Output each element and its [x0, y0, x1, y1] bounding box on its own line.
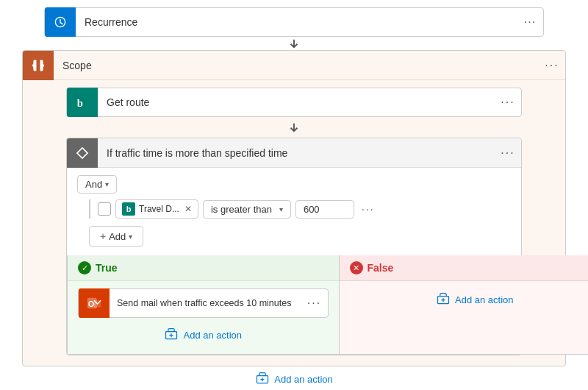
scope-body: b Get route ···	[23, 80, 565, 366]
travel-tag: b Travel D... ✕	[115, 199, 198, 219]
condition-icon	[75, 146, 90, 160]
arrow-2	[287, 117, 301, 138]
add-condition-button[interactable]: + Add ▾	[89, 226, 143, 247]
false-add-action-link[interactable]: Add an action	[436, 288, 514, 311]
if-more-btn[interactable]: ···	[495, 146, 521, 160]
true-add-action-label: Add an action	[183, 330, 242, 341]
get-route-block: b Get route ···	[66, 88, 522, 117]
add-action-svg	[164, 327, 179, 341]
svg-rect-1	[77, 147, 87, 157]
svg-text:b: b	[77, 97, 83, 109]
arrow-2-icon	[287, 121, 301, 134]
scope-more-btn[interactable]: ···	[539, 59, 565, 72]
recurrence-label: Recurrence	[76, 16, 517, 28]
add-btn-label: Add	[109, 231, 126, 242]
add-chevron-icon: ▾	[129, 233, 132, 241]
false-header: ✕ False	[340, 255, 589, 281]
condition-row: b Travel D... ✕ is greater than ▾ ···	[89, 199, 511, 219]
and-row: And ▾	[77, 175, 511, 194]
and-label: And	[85, 179, 102, 190]
send-mail-label: Send mail when traffic exceeds 10 minute…	[110, 298, 301, 308]
recurrence-block: Recurrence ···	[44, 7, 544, 37]
outlook-icon: O	[86, 295, 102, 311]
bottom-add-action[interactable]: Add an action	[255, 371, 333, 388]
scope-icon	[31, 58, 46, 73]
false-add-action-svg	[436, 291, 451, 306]
arrow-1	[287, 37, 301, 50]
false-add-action-label: Add an action	[455, 294, 514, 305]
value-input[interactable]	[295, 200, 354, 219]
scope-header: Scope ···	[23, 51, 565, 80]
false-body: Add an action	[340, 281, 589, 319]
true-label: True	[96, 262, 118, 274]
scope-wrapper: Scope ··· b Get route ···	[22, 50, 566, 366]
if-label: If traffic time is more than specified t…	[98, 147, 495, 159]
condition-more-btn[interactable]: ···	[359, 203, 378, 215]
add-row: + Add ▾	[89, 226, 511, 247]
recurrence-icon	[52, 14, 68, 30]
condition-checkbox[interactable]	[98, 202, 111, 216]
bottom-add-action-label: Add an action	[274, 374, 333, 385]
travel-tag-close[interactable]: ✕	[184, 204, 192, 214]
true-body: O Send mail when traffic exceeds 10 minu…	[68, 281, 339, 354]
send-mail-more-btn[interactable]: ···	[301, 297, 328, 310]
if-block: If traffic time is more than specified t…	[66, 138, 522, 355]
plus-icon: +	[100, 230, 106, 242]
send-mail-block: O Send mail when traffic exceeds 10 minu…	[78, 288, 329, 318]
if-icon-box	[67, 138, 98, 168]
and-chevron-icon: ▾	[105, 180, 109, 188]
bottom-add-action-svg	[255, 371, 270, 386]
if-body: And ▾ b Travel D... ✕	[67, 168, 521, 255]
scope-icon-box	[23, 51, 54, 80]
get-route-more-btn[interactable]: ···	[495, 96, 521, 109]
and-button[interactable]: And ▾	[77, 175, 117, 194]
if-header: If traffic time is more than specified t…	[67, 138, 521, 168]
bing-small-icon: b	[122, 202, 135, 216]
scope-label: Scope	[54, 60, 539, 71]
false-label: False	[368, 262, 394, 274]
bottom-add-icon	[255, 371, 270, 388]
check-icon: ✓	[78, 261, 91, 274]
false-add-action-icon	[436, 291, 451, 308]
operator-label: is greater than	[211, 204, 272, 215]
true-add-action-icon	[164, 327, 179, 344]
get-route-icon-box: b	[67, 88, 98, 117]
branches-row: ✓ True O	[67, 255, 588, 355]
true-branch: ✓ True O	[68, 255, 340, 354]
condition-line	[89, 199, 90, 219]
recurrence-more-btn[interactable]: ···	[517, 15, 543, 29]
operator-chevron-icon: ▾	[279, 205, 283, 213]
operator-dropdown[interactable]: is greater than ▾	[203, 200, 291, 219]
true-header: ✓ True	[68, 255, 339, 281]
x-icon: ✕	[350, 261, 363, 274]
bing-icon: b	[74, 94, 90, 110]
true-add-action-link[interactable]: Add an action	[164, 324, 242, 347]
svg-text:O: O	[88, 299, 95, 308]
false-branch: ✕ False	[340, 255, 589, 354]
get-route-label: Get route	[98, 96, 495, 108]
travel-tag-label: Travel D...	[139, 204, 179, 214]
send-mail-icon-box: O	[79, 288, 110, 318]
canvas: Recurrence ··· Scope ···	[0, 0, 588, 390]
recurrence-icon-box	[45, 7, 76, 37]
arrow-1-icon	[287, 37, 301, 50]
